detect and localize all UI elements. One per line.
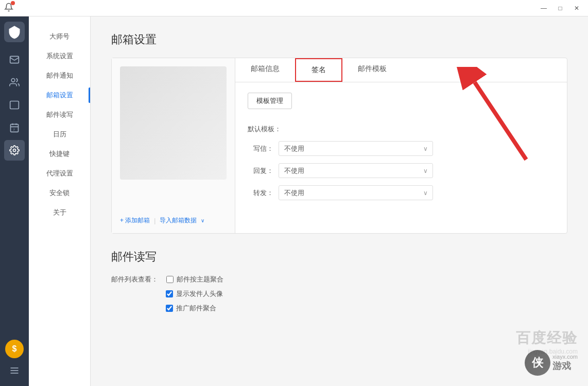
svg-text:7: 7 (13, 128, 15, 131)
minimize-button[interactable]: — (537, 3, 551, 14)
mail-nav-icon[interactable] (4, 49, 25, 70)
account-avatar (120, 66, 227, 180)
maximize-button[interactable]: □ (553, 3, 567, 14)
window-controls: — □ ✕ (537, 3, 584, 14)
menu-item-mailnotif[interactable]: 邮件通知 (29, 66, 90, 85)
compose-select[interactable]: 不使用 (279, 141, 433, 156)
person-nav-icon[interactable] (4, 95, 25, 115)
contact-nav-icon[interactable] (4, 72, 25, 93)
show-avatar-checkbox[interactable] (166, 290, 173, 297)
promo-aggregate-row: 推广邮件聚合 (111, 304, 567, 313)
menu-item-dashihao[interactable]: 大师号 (29, 27, 90, 46)
promo-aggregate-checkbox[interactable] (166, 305, 173, 312)
settings-tabs-panel: 邮箱信息 签名 邮件模板 模板管理 默认模板： 写信： (235, 58, 567, 233)
forward-select[interactable]: 不使用 (279, 185, 433, 200)
mail-readwrite-title: 邮件读写 (111, 249, 567, 265)
account-list-panel: + 添加邮箱 | 导入邮箱数据 ∨ (112, 58, 235, 233)
import-mailbox-link[interactable]: 导入邮箱数据 (160, 216, 197, 225)
menu-item-proxy[interactable]: 代理设置 (29, 164, 90, 183)
menu-item-readwrite[interactable]: 邮件读写 (29, 105, 90, 125)
forward-template-row: 转发： 不使用 (248, 185, 555, 200)
group-by-subject-label: 邮件按主题聚合 (177, 275, 223, 284)
menu-item-about[interactable]: 关于 (29, 203, 90, 222)
notification-badge (11, 1, 15, 5)
svg-point-5 (13, 149, 16, 152)
mail-readwrite-options: 邮件列表查看： 邮件按主题聚合 显示发件人头像 (111, 275, 567, 313)
svg-rect-0 (10, 56, 19, 63)
main-content: 邮箱设置 + 添加邮箱 | 导入邮箱数据 ∨ (91, 16, 588, 386)
close-button[interactable]: ✕ (569, 3, 584, 14)
mail-readwrite-section: 邮件读写 邮件列表查看： 邮件按主题聚合 显示发件人头像 (111, 249, 567, 313)
default-template-section: 默认模板： 写信： 不使用 回复： (248, 125, 555, 200)
reply-select-wrapper[interactable]: 不使用 (279, 163, 433, 178)
calendar-nav-icon[interactable]: 7 (4, 117, 25, 138)
title-bar-left (4, 3, 20, 14)
show-avatar-label: 显示发件人头像 (176, 289, 223, 299)
tabs-header: 邮箱信息 签名 邮件模板 (235, 58, 567, 82)
svg-rect-2 (10, 101, 19, 109)
promo-aggregate-option[interactable]: 推广邮件聚合 (166, 304, 216, 313)
import-arrow-icon: ∨ (201, 218, 204, 223)
menu-item-mailbox[interactable]: 邮箱设置 (29, 85, 90, 105)
menu-item-shortcuts[interactable]: 快捷键 (29, 144, 90, 164)
menu-item-calendar[interactable]: 日历 (29, 125, 90, 144)
group-by-subject-checkbox[interactable] (166, 276, 174, 283)
forward-label: 转发： (248, 188, 273, 198)
compose-template-row: 写信： 不使用 (248, 141, 555, 156)
account-actions: + 添加邮箱 | 导入邮箱数据 ∨ (120, 216, 204, 225)
icon-sidebar: 7 $ (0, 16, 29, 386)
tab-signature[interactable]: 签名 (295, 58, 342, 82)
coin-icon[interactable]: $ (5, 340, 24, 358)
bottom-icons: $ (4, 340, 25, 386)
compose-label: 写信： (248, 144, 273, 153)
mailbox-settings-title: 邮箱设置 (111, 32, 567, 47)
hamburger-nav-icon[interactable] (4, 360, 25, 381)
forward-select-wrapper[interactable]: 不使用 (279, 185, 433, 200)
tab-mailbox-info[interactable]: 邮箱信息 (235, 58, 295, 82)
app-logo[interactable] (4, 22, 25, 42)
show-avatar-row: 显示发件人头像 (111, 289, 567, 299)
settings-nav-icon[interactable] (4, 140, 25, 161)
menu-sidebar: 大师号 系统设置 邮件通知 邮箱设置 邮件读写 日历 快捷键 代理设置 安全锁 … (29, 16, 91, 386)
default-template-label: 默认模板： (248, 125, 555, 134)
add-mailbox-link[interactable]: + 添加邮箱 (120, 216, 150, 225)
notification-icon[interactable] (4, 3, 13, 14)
menu-item-system[interactable]: 系统设置 (29, 46, 90, 66)
app-window: — □ ✕ (0, 0, 588, 386)
reply-label: 回复： (248, 166, 273, 176)
mailbox-settings-panel: + 添加邮箱 | 导入邮箱数据 ∨ 邮箱信息 签名 邮件模板 模板管理 (111, 58, 567, 234)
action-separator: | (154, 217, 155, 224)
promo-aggregate-label: 推广邮件聚合 (176, 304, 216, 313)
account-list-content (112, 58, 235, 188)
show-avatar-option[interactable]: 显示发件人头像 (166, 289, 223, 299)
list-view-row: 邮件列表查看： 邮件按主题聚合 (111, 275, 567, 284)
reply-select[interactable]: 不使用 (279, 163, 433, 178)
reply-template-row: 回复： 不使用 (248, 163, 555, 178)
group-by-subject-option[interactable]: 邮件按主题聚合 (166, 275, 223, 284)
svg-point-1 (11, 79, 15, 82)
template-management-button[interactable]: 模板管理 (248, 93, 292, 109)
title-bar: — □ ✕ (0, 0, 588, 16)
compose-select-wrapper[interactable]: 不使用 (279, 141, 433, 156)
tab-content: 模板管理 默认模板： 写信： 不使用 (235, 82, 567, 218)
tab-mail-template[interactable]: 邮件模板 (342, 58, 402, 82)
list-view-label: 邮件列表查看： (111, 275, 158, 284)
menu-item-security[interactable]: 安全锁 (29, 183, 90, 203)
app-body: 7 $ (0, 16, 588, 386)
